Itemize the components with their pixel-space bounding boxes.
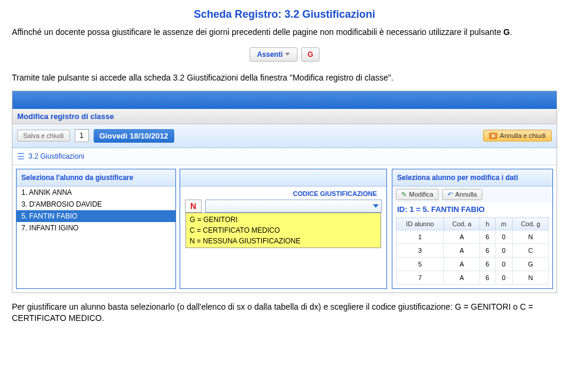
table-row[interactable]: 3 A 6 0 C: [397, 243, 549, 257]
code-label: CODICE GIUSTIFICAZIONE: [185, 190, 382, 197]
intro-text: Affinché un docente possa giustificare l…: [12, 27, 503, 37]
toolbar: Salva e chiudi 1 Giovedì 18/10/2012 ✕ An…: [12, 124, 557, 148]
chevron-down-icon: [285, 53, 290, 56]
cancel-and-close-button[interactable]: ✕ Annulla e chiudi: [483, 130, 552, 142]
col-id[interactable]: ID alunno: [397, 217, 444, 230]
cell: 6: [480, 271, 496, 284]
student-data-header: Seleziona alunno per modifica i dati: [392, 169, 552, 187]
cell: G: [513, 257, 549, 271]
assenti-label: Assenti: [257, 50, 283, 59]
panels-container: Seleziona l'alunno da giustificare 1. AN…: [12, 165, 557, 293]
save-and-close-button[interactable]: Salva e chiudi: [17, 130, 70, 142]
data-table: ID alunno Cod. a h m Cod. g 1 A 6 0 N: [396, 217, 549, 285]
cell: 6: [480, 230, 496, 243]
student-list[interactable]: 1. ANNIK ANNA 3. D'AMBROSIO DAVIDE 5. FA…: [17, 187, 175, 234]
col-coda[interactable]: Cod. a: [444, 217, 480, 230]
cell: 6: [480, 243, 496, 257]
cell: 5: [397, 257, 444, 271]
cell: A: [444, 271, 480, 284]
undo-button[interactable]: ↶ Annulla: [442, 189, 482, 200]
code-dropdown[interactable]: G = GENITORI C = CERTIFICATO MEDICO N = …: [205, 200, 382, 213]
col-m[interactable]: m: [495, 217, 513, 230]
intro-tail: .: [510, 27, 512, 37]
code-row: N G = GENITORI C = CERTIFICATO MEDICO N …: [185, 200, 382, 213]
window-title: Modifica registro di classe: [12, 109, 557, 124]
mid-body: CODICE GIUSTIFICAZIONE N G = GENITORI C …: [180, 187, 386, 216]
cell: 6: [480, 257, 496, 271]
student-data-panel: Seleziona alunno per modifica i dati ✎ M…: [392, 169, 553, 289]
student-select-panel: Seleziona l'alunno da giustificare 1. AN…: [16, 169, 176, 289]
g-label: G: [308, 50, 313, 59]
save-label: Salva e chiudi: [23, 132, 64, 139]
cell: A: [444, 257, 480, 271]
closing-paragraph: Per giustificare un alunno basta selezio…: [0, 299, 569, 329]
modify-label: Modifica: [409, 191, 433, 198]
cell: A: [444, 243, 480, 257]
cell: 1: [397, 230, 444, 243]
table-row[interactable]: 5 A 6 0 G: [397, 257, 549, 271]
close-icon: ✕: [489, 133, 497, 139]
breadcrumb-label: 3.2 Giustificazioni: [28, 152, 84, 160]
intro-paragraph: Affinché un docente possa giustificare l…: [0, 24, 569, 43]
table-row[interactable]: 7 A 6 0 N: [397, 271, 549, 284]
chevron-down-icon: [373, 204, 379, 208]
undo-label: Annulla: [455, 191, 477, 198]
undo-icon: ↶: [447, 191, 453, 198]
cell: 7: [397, 271, 444, 284]
dropdown-option[interactable]: G = GENITORI: [186, 214, 381, 225]
g-letter: G: [503, 27, 510, 37]
cell: N: [513, 271, 549, 284]
list-item[interactable]: 1. ANNIK ANNA: [17, 187, 175, 198]
list-item[interactable]: 7. INFANTI IGINO: [17, 222, 175, 234]
g-button[interactable]: G: [301, 47, 319, 62]
col-h[interactable]: h: [480, 217, 496, 230]
cancel-label: Annulla e chiudi: [500, 132, 546, 139]
table-header-row: ID alunno Cod. a h m Cod. g: [397, 217, 549, 230]
dropdown-option[interactable]: N = NESSUNA GIUSTIFICAZIONE: [186, 236, 381, 246]
student-select-header: Seleziona l'alunno da giustificare: [17, 169, 175, 187]
edit-icon: ✎: [401, 191, 407, 198]
dropdown-option[interactable]: C = CERTIFICATO MEDICO: [186, 225, 381, 236]
selected-id-line: ID: 1 = 5. FANTIN FABIO: [392, 203, 552, 217]
cell: N: [513, 230, 549, 243]
mid-header-blank: [180, 169, 386, 187]
modify-button[interactable]: ✎ Modifica: [396, 189, 439, 200]
table-body: 1 A 6 0 N 3 A 6 0 C 5 A: [397, 230, 549, 284]
list-item-selected[interactable]: 5. FANTIN FABIO: [17, 210, 175, 222]
code-input[interactable]: N: [185, 200, 202, 213]
page-number-input[interactable]: 1: [75, 129, 89, 142]
cell: 0: [495, 230, 513, 243]
cell: 0: [495, 243, 513, 257]
window-top-stripe: [12, 91, 557, 109]
list-item[interactable]: 3. D'AMBROSIO DAVIDE: [17, 198, 175, 210]
cell: A: [444, 230, 480, 243]
page-title: Scheda Registro: 3.2 Giustificazioni: [0, 0, 569, 24]
breadcrumb: ☰ 3.2 Giustificazioni: [12, 148, 557, 165]
app-window: Modifica registro di classe Salva e chiu…: [12, 91, 557, 293]
cell: C: [513, 243, 549, 257]
dropdown-menu: G = GENITORI C = CERTIFICATO MEDICO N = …: [186, 213, 381, 248]
assenti-button[interactable]: Assenti: [250, 47, 298, 62]
col-codg[interactable]: Cod. g: [513, 217, 549, 230]
list-icon: ☰: [17, 152, 25, 161]
example-buttons-row: Assenti G: [0, 43, 569, 70]
cell: 0: [495, 271, 513, 284]
cell: 0: [495, 257, 513, 271]
cell: 3: [397, 243, 444, 257]
second-paragraph: Tramite tale pulsante si accede alla sch…: [0, 70, 569, 88]
date-display: Giovedì 18/10/2012: [94, 129, 174, 143]
justification-code-panel: CODICE GIUSTIFICAZIONE N G = GENITORI C …: [180, 169, 387, 289]
panel-actions: ✎ Modifica ↶ Annulla: [392, 187, 552, 203]
table-row[interactable]: 1 A 6 0 N: [397, 230, 549, 243]
